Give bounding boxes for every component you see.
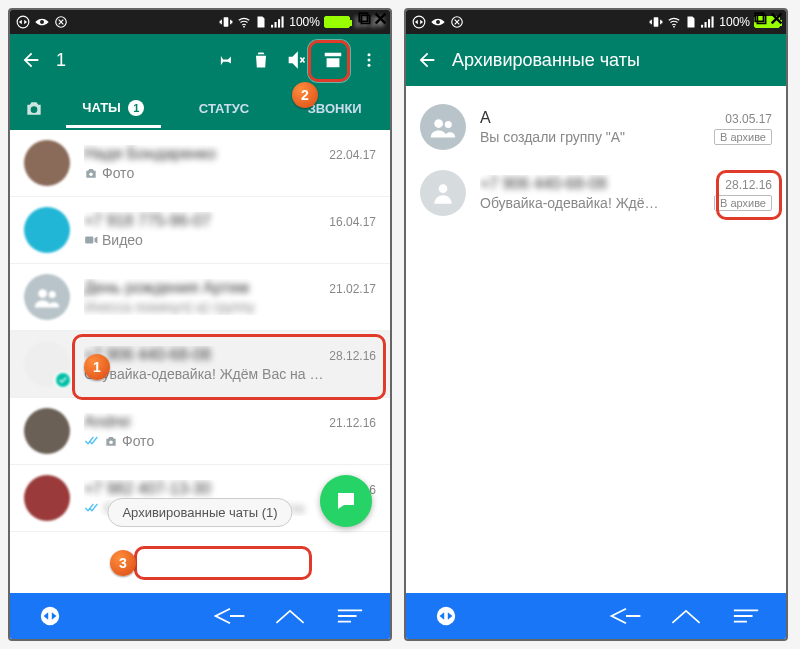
svg-point-13 xyxy=(31,106,38,113)
archive-badge: В архиве xyxy=(714,129,772,145)
svg-marker-25 xyxy=(420,20,423,25)
nav-back-icon[interactable] xyxy=(200,606,260,626)
photo-icon xyxy=(84,167,98,179)
archived-row[interactable]: +7 906 440-68-0828.12.16 Обувайка-одевай… xyxy=(406,160,786,226)
avatar xyxy=(24,475,70,521)
archive-icon[interactable] xyxy=(322,49,344,71)
svg-point-23 xyxy=(413,16,425,28)
delete-icon[interactable] xyxy=(250,49,272,71)
popout-icon[interactable]: ⧉ xyxy=(358,8,371,30)
sync-icon xyxy=(54,15,68,29)
chat-name: A xyxy=(480,109,491,127)
chat-date: 21.12.16 xyxy=(329,416,376,430)
eye-icon xyxy=(34,16,50,28)
back-icon[interactable] xyxy=(416,49,438,71)
tab-calls[interactable]: ЗВОНКИ xyxy=(279,89,390,128)
video-icon xyxy=(84,234,98,246)
vibrate-icon xyxy=(219,15,233,29)
svg-point-35 xyxy=(439,184,448,193)
chat-name: +7 918 775-96-07 xyxy=(84,212,211,230)
svg-rect-29 xyxy=(701,25,703,28)
svg-marker-2 xyxy=(24,20,27,25)
teamviewer-icon xyxy=(16,15,30,29)
mute-icon[interactable] xyxy=(286,49,308,71)
signal-icon xyxy=(271,16,285,28)
archived-list: A03.05.17 Вы создали группу "А"В архиве … xyxy=(406,86,786,593)
nav-recent-icon[interactable] xyxy=(320,607,380,625)
popout-icon[interactable]: ⧉ xyxy=(754,8,767,30)
chat-name: Надя Бондаренко xyxy=(84,145,216,163)
archived-chats-chip[interactable]: Архивированные чаты (1) xyxy=(107,498,292,527)
avatar xyxy=(24,207,70,253)
battery-pct: 100% xyxy=(289,15,320,29)
svg-marker-1 xyxy=(19,20,22,25)
menu-icon[interactable] xyxy=(358,49,380,71)
new-chat-fab[interactable] xyxy=(320,475,372,527)
phone-right: ⧉ ✕ 100% Архивированные чаты xyxy=(404,8,788,641)
back-icon[interactable] xyxy=(20,49,42,71)
svg-point-28 xyxy=(673,26,675,28)
chat-name: +7 906 440-68-08 xyxy=(84,346,211,364)
chat-name: +7 906 440-68-08 xyxy=(480,175,607,193)
chat-row-selected[interactable]: +7 906 440-68-0828.12.16 Обувайка-одевай… xyxy=(10,331,390,398)
svg-point-33 xyxy=(434,119,443,128)
svg-rect-8 xyxy=(278,19,280,27)
nav-back-icon[interactable] xyxy=(596,606,656,626)
signal-icon xyxy=(701,16,715,28)
svg-rect-4 xyxy=(224,17,229,26)
nav-recent-icon[interactable] xyxy=(716,607,776,625)
svg-rect-6 xyxy=(271,25,273,28)
battery-pct: 100% xyxy=(719,15,750,29)
ticks-icon xyxy=(84,502,100,514)
pin-icon[interactable] xyxy=(214,49,236,71)
nav-home-icon[interactable] xyxy=(656,606,716,626)
chat-row[interactable]: День рождения Артем21.02.17 Инесса покин… xyxy=(10,264,390,331)
svg-point-12 xyxy=(368,64,371,67)
chats-badge: 1 xyxy=(128,100,144,116)
svg-point-10 xyxy=(368,53,371,56)
archive-toolbar: Архивированные чаты xyxy=(406,34,786,86)
svg-rect-31 xyxy=(708,19,710,27)
chat-date: 28.12.16 xyxy=(725,178,772,192)
svg-point-11 xyxy=(368,59,371,62)
tabs: ЧАТЫ 1 СТАТУС ЗВОНКИ xyxy=(10,86,390,130)
chat-date: 03.05.17 xyxy=(725,112,772,126)
svg-point-34 xyxy=(445,121,452,128)
page-title: Архивированные чаты xyxy=(452,50,640,71)
close-icon[interactable]: ✕ xyxy=(373,8,388,30)
tab-camera[interactable] xyxy=(10,99,58,117)
tab-chats[interactable]: ЧАТЫ 1 xyxy=(58,88,169,128)
eye-icon xyxy=(430,16,446,28)
status-bar: 100% 13:26 xyxy=(10,10,390,34)
sim-icon xyxy=(255,15,267,29)
chat-row[interactable]: Andrei21.12.16 Фото xyxy=(10,398,390,465)
svg-rect-7 xyxy=(275,22,277,28)
chat-name: День рождения Артем xyxy=(84,279,249,297)
teamviewer-nav-icon[interactable] xyxy=(20,605,80,627)
archive-badge: В архиве xyxy=(714,195,772,211)
svg-rect-15 xyxy=(85,237,93,244)
close-icon[interactable]: ✕ xyxy=(769,8,784,30)
svg-point-18 xyxy=(49,291,56,298)
svg-point-19 xyxy=(109,440,113,444)
svg-point-14 xyxy=(89,172,93,176)
tab-status[interactable]: СТАТУС xyxy=(169,89,280,128)
avatar xyxy=(24,140,70,186)
window-controls: ⧉ ✕ xyxy=(358,8,388,30)
avatar xyxy=(420,104,466,150)
nav-bar xyxy=(406,593,786,639)
svg-rect-9 xyxy=(282,16,284,27)
photo-icon xyxy=(104,435,118,447)
chat-row[interactable]: +7 918 775-96-0716.04.17 Видео xyxy=(10,197,390,264)
teamviewer-nav-icon[interactable] xyxy=(416,605,476,627)
chat-name: Andrei xyxy=(84,413,130,431)
phone-left: ⧉ ✕ 100% 13:26 1 xyxy=(8,8,392,641)
nav-home-icon[interactable] xyxy=(260,606,320,626)
archived-row[interactable]: A03.05.17 Вы создали группу "А"В архиве xyxy=(406,94,786,160)
svg-rect-32 xyxy=(712,16,714,27)
chat-date: 21.02.17 xyxy=(329,282,376,296)
chat-row[interactable]: Надя Бондаренко22.04.17 Фото xyxy=(10,130,390,197)
wifi-icon xyxy=(667,15,681,29)
svg-marker-16 xyxy=(95,237,98,244)
sync-icon xyxy=(450,15,464,29)
